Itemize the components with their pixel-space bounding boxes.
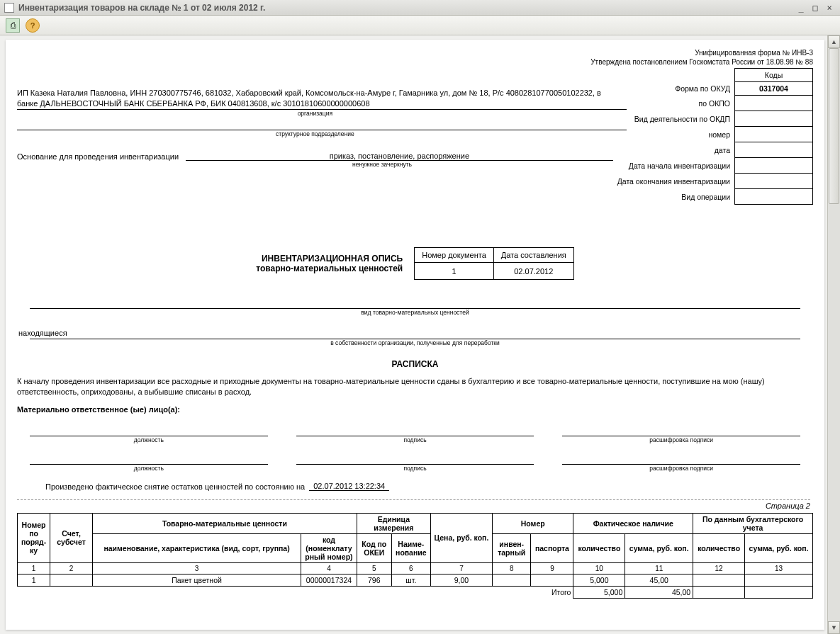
org-caption: организация xyxy=(17,110,627,118)
close-button[interactable]: × xyxy=(823,2,836,13)
sign-row-2: должность подпись расшифровка подписи xyxy=(30,455,800,472)
doc-meta-table: Номер документаДата составления 102.07.2… xyxy=(414,247,574,280)
window-title: Инвентаризация товаров на складе № 1 от … xyxy=(18,3,795,13)
docnum-value: 1 xyxy=(415,263,494,280)
date-label: дата xyxy=(613,142,735,158)
state-row: Произведено фактическое снятие остатков … xyxy=(45,482,813,491)
okpo-value xyxy=(735,96,813,111)
sign-caption-1: подпись xyxy=(296,436,534,443)
subdiv-line xyxy=(17,122,627,130)
end-label: Дата окончания инвентаризации xyxy=(613,174,735,189)
decr-caption-2: расшифровка подписи xyxy=(562,465,800,472)
total-qty: 5,000 xyxy=(573,586,625,598)
raspiska-para: К началу проведения инвентаризации все р… xyxy=(17,376,813,397)
pos-caption-1: должность xyxy=(30,436,268,443)
raspiska-title: РАСПИСКА xyxy=(17,359,813,369)
codes-grid: Коды Форма по ОКУД0317004 по ОКПО Вид де… xyxy=(613,68,813,205)
page-area: Унифицированная форма № ИНВ-3 Утверждена… xyxy=(0,35,827,634)
number-value xyxy=(735,127,813,142)
basis-caption: ненужное зачеркнуть xyxy=(201,161,563,168)
okud-value: 0317004 xyxy=(735,82,813,96)
maximize-button[interactable]: □ xyxy=(809,2,822,13)
form-line: Унифицированная форма № ИНВ-3 xyxy=(17,48,813,57)
page-number: Страница 2 xyxy=(17,499,810,510)
okdp-value xyxy=(735,111,813,127)
signature-line-2 xyxy=(296,455,534,465)
col-fqty: количество xyxy=(573,533,625,562)
scroll-down-icon[interactable]: ▼ xyxy=(828,621,840,634)
colnum-12: 12 xyxy=(693,562,745,574)
cell-acc xyxy=(50,574,93,586)
decr-caption-1: расшифровка подписи xyxy=(562,436,800,443)
help-icon[interactable]: ? xyxy=(26,18,40,33)
cell-price: 9,00 xyxy=(430,574,492,586)
col-tmc: Товарно-материальные ценности xyxy=(93,513,357,533)
codes-header: Коды xyxy=(735,69,813,82)
responsible-label: Материально ответственное (ые) лицо(а): xyxy=(17,404,813,415)
date-value xyxy=(735,142,813,158)
print-icon[interactable]: ⎙ xyxy=(6,18,20,33)
okud-label: Форма по ОКУД xyxy=(613,82,735,96)
cell-inv xyxy=(493,574,531,586)
scroll-thumb[interactable] xyxy=(829,48,839,204)
window: Инвентаризация товаров на складе № 1 от … xyxy=(0,0,840,634)
decrypt-line-1 xyxy=(562,426,800,436)
cell-fsum: 45,00 xyxy=(625,574,693,586)
col-fact: Фактическое наличие xyxy=(573,513,693,533)
position-line-1 xyxy=(30,426,268,436)
col-fsum: сумма, руб. коп. xyxy=(625,533,693,562)
cell-bqty xyxy=(693,574,745,586)
oper-label: Вид операции xyxy=(613,189,735,205)
org-text: ИП Казека Наталия Павловна, ИНН 27030077… xyxy=(17,88,627,110)
vertical-scrollbar[interactable]: ▲ ▼ xyxy=(827,35,840,634)
sign-row-1: должность подпись расшифровка подписи xyxy=(30,426,800,443)
col-passport: паспорта xyxy=(531,533,573,562)
total-bqty xyxy=(693,586,745,598)
basis-value: приказ, постановление, распоряжение xyxy=(186,152,613,161)
pos-caption-2: должность xyxy=(30,465,268,472)
located-label: находящиеся xyxy=(18,329,813,337)
colnum-2: 2 xyxy=(50,562,93,574)
colnum-8: 8 xyxy=(493,562,531,574)
col-unit: Единица измерения xyxy=(357,513,430,533)
state-value: 02.07.2012 13:22:34 xyxy=(309,482,389,491)
okdp-label: Вид деятельности по ОКДП xyxy=(613,111,735,127)
end-value xyxy=(735,174,813,189)
colnum-10: 10 xyxy=(573,562,625,574)
ownership-caption: в собственности организации, полученные … xyxy=(17,339,813,346)
scroll-track[interactable] xyxy=(828,48,840,621)
col-bsum: сумма, руб. коп. xyxy=(745,533,813,562)
cell-pass xyxy=(531,574,573,586)
basis-row: Основание для проведения инвентаризации … xyxy=(17,152,613,161)
start-label: Дата начала инвентаризации xyxy=(613,158,735,174)
colnum-13: 13 xyxy=(745,562,813,574)
total-row: Итого 5,000 45,00 xyxy=(18,586,813,598)
colnum-5: 5 xyxy=(357,562,391,574)
cell-okei: 796 xyxy=(357,574,391,586)
col-code: код (номенклату рный номер) xyxy=(301,533,357,562)
position-line-2 xyxy=(30,455,268,465)
signature-line-1 xyxy=(296,426,534,436)
cell-code: 00000017324 xyxy=(301,574,357,586)
col-account: Счет, субсчет xyxy=(50,513,93,562)
titlebar: Инвентаризация товаров на складе № 1 от … xyxy=(0,0,840,16)
cell-fqty: 5,000 xyxy=(573,574,625,586)
cell-unit: шт. xyxy=(391,574,430,586)
doc-title-2: товарно-материальных ценностей xyxy=(256,264,403,273)
scroll-up-icon[interactable]: ▲ xyxy=(828,35,840,48)
table-row: 1 Пакет цветной 00000017324 796 шт. 9,00… xyxy=(18,574,813,586)
approved-line: Утверждена постановлением Госкомстата Ро… xyxy=(17,57,813,67)
colnum-11: 11 xyxy=(625,562,693,574)
sign-caption-2: подпись xyxy=(296,465,534,472)
decrypt-line-2 xyxy=(562,455,800,465)
col-book: По данным бухгалтерского учета xyxy=(693,513,813,533)
cell-name: Пакет цветной xyxy=(93,574,301,586)
minimize-button[interactable]: _ xyxy=(795,2,807,13)
docdate-hdr: Дата составления xyxy=(493,248,573,263)
docdate-value: 02.07.2012 xyxy=(493,263,573,280)
col-inv: инвен-тарный xyxy=(493,533,531,562)
col-bqty: количество xyxy=(693,533,745,562)
items-table: Номер по поряд-ку Счет, субсчет Товарно-… xyxy=(17,513,813,599)
colnum-6: 6 xyxy=(391,562,430,574)
colnum-1: 1 xyxy=(18,562,50,574)
